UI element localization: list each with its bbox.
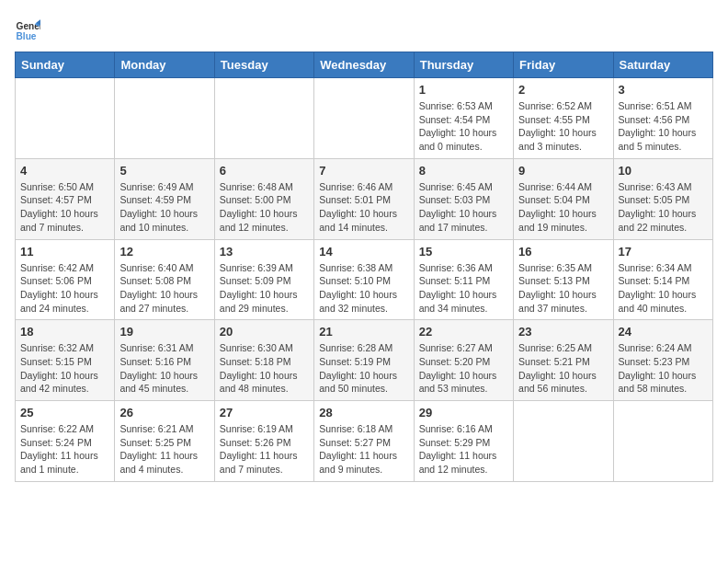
calendar-cell: 15Sunrise: 6:36 AM Sunset: 5:11 PM Dayli… [414,239,513,320]
day-number: 11 [20,245,109,259]
day-number: 16 [518,245,608,259]
day-info: Sunrise: 6:36 AM Sunset: 5:11 PM Dayligh… [419,261,508,316]
calendar-cell: 24Sunrise: 6:24 AM Sunset: 5:23 PM Dayli… [613,320,712,401]
calendar-cell: 19Sunrise: 6:31 AM Sunset: 5:16 PM Dayli… [115,320,214,401]
day-number: 17 [619,245,708,259]
calendar: SundayMondayTuesdayWednesdayThursdayFrid… [15,52,713,482]
day-info: Sunrise: 6:39 AM Sunset: 5:09 PM Dayligh… [220,261,309,316]
day-info: Sunrise: 6:21 AM Sunset: 5:25 PM Dayligh… [119,422,209,477]
day-info: Sunrise: 6:27 AM Sunset: 5:20 PM Dayligh… [419,341,508,396]
day-number: 5 [119,164,209,178]
calendar-cell: 7Sunrise: 6:46 AM Sunset: 5:01 PM Daylig… [314,158,414,239]
day-info: Sunrise: 6:43 AM Sunset: 5:05 PM Dayligh… [619,180,708,235]
day-info: Sunrise: 6:49 AM Sunset: 4:59 PM Dayligh… [119,180,209,235]
calendar-week-3: 18Sunrise: 6:32 AM Sunset: 5:15 PM Dayli… [16,320,713,401]
day-number: 2 [518,83,608,97]
logo: General Blue [15,18,40,44]
calendar-cell: 22Sunrise: 6:27 AM Sunset: 5:20 PM Dayli… [414,320,513,401]
day-number: 8 [419,164,508,178]
calendar-week-2: 11Sunrise: 6:42 AM Sunset: 5:06 PM Dayli… [16,239,713,320]
day-info: Sunrise: 6:34 AM Sunset: 5:14 PM Dayligh… [619,261,708,316]
calendar-cell [613,401,712,482]
calendar-week-0: 1Sunrise: 6:53 AM Sunset: 4:54 PM Daylig… [16,78,713,159]
calendar-header-row: SundayMondayTuesdayWednesdayThursdayFrid… [16,52,713,78]
calendar-cell [314,78,414,159]
calendar-cell [16,78,115,159]
day-info: Sunrise: 6:35 AM Sunset: 5:13 PM Dayligh… [518,261,608,316]
day-number: 4 [20,164,109,178]
day-info: Sunrise: 6:22 AM Sunset: 5:24 PM Dayligh… [20,422,109,477]
day-number: 1 [419,83,508,97]
day-info: Sunrise: 6:50 AM Sunset: 4:57 PM Dayligh… [20,180,109,235]
day-number: 27 [220,406,309,419]
header-monday: Monday [115,52,214,78]
day-number: 12 [119,245,209,259]
header-tuesday: Tuesday [214,52,313,78]
day-info: Sunrise: 6:31 AM Sunset: 5:16 PM Dayligh… [119,341,209,396]
day-number: 7 [319,164,408,178]
day-number: 14 [319,245,408,259]
calendar-week-4: 25Sunrise: 6:22 AM Sunset: 5:24 PM Dayli… [16,401,713,482]
calendar-cell: 13Sunrise: 6:39 AM Sunset: 5:09 PM Dayli… [214,239,313,320]
calendar-cell [115,78,214,159]
header: General Blue [15,15,713,44]
calendar-cell: 5Sunrise: 6:49 AM Sunset: 4:59 PM Daylig… [115,158,214,239]
day-info: Sunrise: 6:16 AM Sunset: 5:29 PM Dayligh… [419,422,508,477]
calendar-cell: 25Sunrise: 6:22 AM Sunset: 5:24 PM Dayli… [16,401,115,482]
day-info: Sunrise: 6:32 AM Sunset: 5:15 PM Dayligh… [20,341,109,396]
day-number: 21 [319,325,408,339]
day-number: 22 [419,325,508,339]
day-info: Sunrise: 6:45 AM Sunset: 5:03 PM Dayligh… [419,180,508,235]
day-number: 26 [119,406,209,419]
day-info: Sunrise: 6:44 AM Sunset: 5:04 PM Dayligh… [518,180,608,235]
calendar-cell: 10Sunrise: 6:43 AM Sunset: 5:05 PM Dayli… [613,158,712,239]
calendar-cell: 14Sunrise: 6:38 AM Sunset: 5:10 PM Dayli… [314,239,414,320]
calendar-cell [214,78,313,159]
day-number: 18 [20,325,109,339]
calendar-cell: 26Sunrise: 6:21 AM Sunset: 5:25 PM Dayli… [115,401,214,482]
calendar-cell: 12Sunrise: 6:40 AM Sunset: 5:08 PM Dayli… [115,239,214,320]
calendar-cell: 4Sunrise: 6:50 AM Sunset: 4:57 PM Daylig… [16,158,115,239]
day-info: Sunrise: 6:38 AM Sunset: 5:10 PM Dayligh… [319,261,408,316]
day-number: 19 [119,325,209,339]
day-number: 10 [619,164,708,178]
day-info: Sunrise: 6:42 AM Sunset: 5:06 PM Dayligh… [20,261,109,316]
calendar-cell: 3Sunrise: 6:51 AM Sunset: 4:56 PM Daylig… [613,78,712,159]
day-number: 25 [20,406,109,419]
calendar-cell: 21Sunrise: 6:28 AM Sunset: 5:19 PM Dayli… [314,320,414,401]
header-thursday: Thursday [414,52,513,78]
day-info: Sunrise: 6:46 AM Sunset: 5:01 PM Dayligh… [319,180,408,235]
calendar-cell: 2Sunrise: 6:52 AM Sunset: 4:55 PM Daylig… [514,78,613,159]
day-number: 29 [419,406,508,419]
day-info: Sunrise: 6:40 AM Sunset: 5:08 PM Dayligh… [119,261,209,316]
day-number: 28 [319,406,408,419]
calendar-cell: 29Sunrise: 6:16 AM Sunset: 5:29 PM Dayli… [414,401,513,482]
day-number: 13 [220,245,309,259]
day-info: Sunrise: 6:48 AM Sunset: 5:00 PM Dayligh… [220,180,309,235]
calendar-cell: 11Sunrise: 6:42 AM Sunset: 5:06 PM Dayli… [16,239,115,320]
svg-text:Blue: Blue [17,31,37,41]
calendar-cell: 28Sunrise: 6:18 AM Sunset: 5:27 PM Dayli… [314,401,414,482]
calendar-cell: 17Sunrise: 6:34 AM Sunset: 5:14 PM Dayli… [613,239,712,320]
logo-icon: General Blue [15,18,40,44]
calendar-cell: 18Sunrise: 6:32 AM Sunset: 5:15 PM Dayli… [16,320,115,401]
day-number: 23 [518,325,608,339]
calendar-cell: 1Sunrise: 6:53 AM Sunset: 4:54 PM Daylig… [414,78,513,159]
calendar-cell: 16Sunrise: 6:35 AM Sunset: 5:13 PM Dayli… [514,239,613,320]
day-info: Sunrise: 6:24 AM Sunset: 5:23 PM Dayligh… [619,341,708,396]
header-saturday: Saturday [613,52,712,78]
day-info: Sunrise: 6:30 AM Sunset: 5:18 PM Dayligh… [220,341,309,396]
calendar-cell: 27Sunrise: 6:19 AM Sunset: 5:26 PM Dayli… [214,401,313,482]
calendar-cell: 8Sunrise: 6:45 AM Sunset: 5:03 PM Daylig… [414,158,513,239]
day-info: Sunrise: 6:25 AM Sunset: 5:21 PM Dayligh… [518,341,608,396]
day-number: 15 [419,245,508,259]
calendar-cell: 9Sunrise: 6:44 AM Sunset: 5:04 PM Daylig… [514,158,613,239]
day-info: Sunrise: 6:18 AM Sunset: 5:27 PM Dayligh… [319,422,408,477]
day-info: Sunrise: 6:51 AM Sunset: 4:56 PM Dayligh… [619,99,708,154]
day-info: Sunrise: 6:52 AM Sunset: 4:55 PM Dayligh… [518,99,608,154]
day-number: 9 [518,164,608,178]
calendar-cell: 20Sunrise: 6:30 AM Sunset: 5:18 PM Dayli… [214,320,313,401]
day-number: 24 [619,325,708,339]
calendar-cell: 6Sunrise: 6:48 AM Sunset: 5:00 PM Daylig… [214,158,313,239]
calendar-cell [514,401,613,482]
